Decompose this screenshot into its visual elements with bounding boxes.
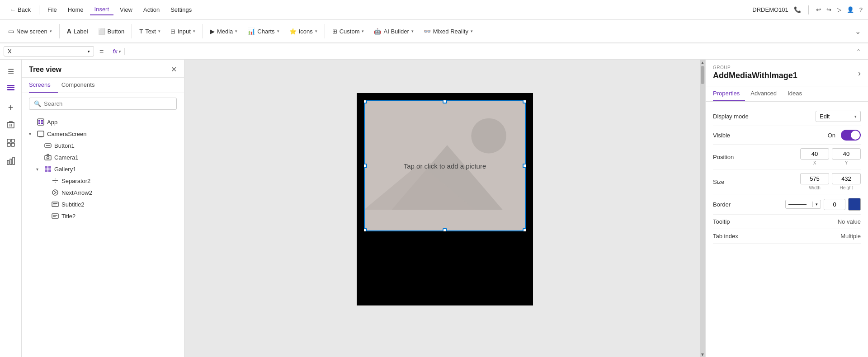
app-icon <box>37 118 44 126</box>
size-width-input[interactable] <box>800 173 829 184</box>
redo-icon[interactable]: ↪ <box>826 6 831 13</box>
charts-button[interactable]: 📊 Charts ▾ <box>243 25 283 38</box>
tooltip-label: Tooltip <box>713 218 730 225</box>
border-color-swatch[interactable] <box>848 198 861 211</box>
display-mode-dropdown[interactable]: Edit ▾ <box>816 111 861 122</box>
tree-item-separator2[interactable]: Separator2 <box>22 175 184 187</box>
size-height-input[interactable] <box>832 173 861 184</box>
border-width-input[interactable] <box>824 199 845 210</box>
nav-separator-1 <box>39 5 39 14</box>
input-button[interactable]: ⊟ Input ▾ <box>166 25 200 38</box>
right-panel-body: Display mode Edit ▾ Visible On <box>706 102 868 357</box>
nav-home[interactable]: Home <box>63 5 88 15</box>
search-box[interactable]: 🔍 <box>29 98 177 110</box>
svg-rect-8 <box>7 160 9 164</box>
nav-right: DRDEMO101 📞 ↩ ↪ ▷ 👤 ? <box>752 5 863 14</box>
tab-index-value: Multiple <box>840 233 861 240</box>
svg-rect-25 <box>48 169 51 172</box>
undo-icon[interactable]: ↩ <box>816 6 821 13</box>
custom-icon: ⊞ <box>332 28 337 35</box>
svg-rect-17 <box>39 136 42 137</box>
new-screen-button[interactable]: ▭ New screen ▾ <box>4 25 57 38</box>
scroll-thumb[interactable] <box>701 66 704 84</box>
prop-tooltip: Tooltip No value <box>713 215 861 229</box>
tree-view-close-button[interactable]: ✕ <box>171 65 177 74</box>
ai-builder-label: AI Builder <box>383 28 409 35</box>
play-icon[interactable]: ▷ <box>837 6 841 13</box>
prop-tab-index: Tab index Multiple <box>713 229 861 244</box>
scroll-track <box>700 65 705 352</box>
tree-item-title2[interactable]: Title2 <box>22 210 184 222</box>
formula-expand-button[interactable]: ⌃ <box>853 48 864 55</box>
rp-expand-button[interactable]: › <box>858 65 861 78</box>
tree-view-panel: Tree view ✕ Screens Components 🔍 <box>22 60 184 357</box>
border-line-select[interactable]: ▾ <box>785 200 821 209</box>
prop-visible: Visible On <box>713 126 861 145</box>
sidebar-layers-button[interactable] <box>3 81 19 98</box>
icons-chevron: ▾ <box>315 29 317 33</box>
icons-button[interactable]: ⭐ Icons ▾ <box>285 25 322 38</box>
top-nav: ← Back File Home Insert View Action Sett… <box>0 0 868 20</box>
button-button[interactable]: ⬜ Button <box>94 25 129 38</box>
ribbon-more-button[interactable]: ⌄ <box>851 24 864 38</box>
tree-tabs: Screens Components <box>22 78 184 93</box>
svg-rect-24 <box>45 169 47 172</box>
custom-button[interactable]: ⊞ Custom ▾ <box>328 25 369 38</box>
media-button[interactable]: ▶ Media ▾ <box>206 25 242 38</box>
mixed-reality-button[interactable]: 👓 Mixed Reality ▾ <box>419 25 477 38</box>
tab-ideas[interactable]: Ideas <box>788 86 807 101</box>
position-y-input[interactable] <box>832 148 861 160</box>
svg-rect-7 <box>11 143 14 146</box>
tree-item-nextarrow2[interactable]: NextArrow2 <box>22 187 184 198</box>
image-placeholder[interactable]: Tap or click to add a picture <box>364 100 526 231</box>
sidebar-components-button[interactable] <box>3 136 19 152</box>
back-arrow-icon: ← <box>10 6 16 13</box>
nav-view[interactable]: View <box>115 5 137 15</box>
help-icon[interactable]: ? <box>859 6 863 13</box>
position-value: X Y <box>800 148 861 165</box>
sidebar-hamburger-button[interactable]: ☰ <box>3 63 19 80</box>
rp-component-name: AddMediaWithImage1 <box>713 71 858 80</box>
placeholder-text-container: Tap or click to add a picture <box>364 100 526 231</box>
size-value: Width Height <box>800 173 861 190</box>
ai-builder-button[interactable]: 🤖 AI Builder ▾ <box>369 25 418 38</box>
input-icon: ⊟ <box>170 28 175 35</box>
canvas-area: Tap or click to add a picture <box>184 60 705 357</box>
formula-input[interactable] <box>128 47 849 56</box>
back-button[interactable]: ← Back <box>5 5 35 15</box>
tree-item-subtitle2[interactable]: Subtitle2 <box>22 198 184 210</box>
label-button[interactable]: A Label <box>62 25 93 38</box>
nav-insert[interactable]: Insert <box>90 4 114 15</box>
back-label: Back <box>18 6 31 13</box>
tree-item-gallery1[interactable]: ▾ Gallery1 <box>22 163 184 175</box>
gallery-icon <box>44 165 52 173</box>
formula-name-box[interactable]: X ▾ <box>4 46 94 56</box>
sidebar-trash-button[interactable] <box>3 117 19 134</box>
formula-fx-label: fx <box>113 48 117 55</box>
scroll-down-button[interactable]: ▼ <box>700 352 705 357</box>
sidebar-analytics-button[interactable] <box>3 154 19 170</box>
sidebar-add-button[interactable]: + <box>3 99 19 116</box>
new-screen-chevron: ▾ <box>50 29 52 33</box>
nav-settings[interactable]: Settings <box>166 5 196 15</box>
nav-action[interactable]: Action <box>139 5 164 15</box>
separator-icon <box>52 177 59 184</box>
search-input[interactable] <box>44 100 172 107</box>
position-x-input[interactable] <box>800 148 829 160</box>
formula-fx-area[interactable]: fx ▾ <box>109 48 125 55</box>
tab-components[interactable]: Components <box>61 78 102 93</box>
tree-item-button1[interactable]: Button1 <box>22 140 184 151</box>
tab-properties[interactable]: Properties <box>713 86 745 101</box>
tree-item-camerascreen[interactable]: ▾ CameraScreen <box>22 128 184 140</box>
tree-item-camera1[interactable]: Camera1 <box>22 151 184 163</box>
tab-screens[interactable]: Screens <box>29 78 58 93</box>
border-line-svg <box>788 203 807 205</box>
nav-file[interactable]: File <box>43 5 61 15</box>
visible-toggle[interactable] <box>841 130 861 141</box>
tree-item-app[interactable]: App <box>22 116 184 128</box>
tab-advanced[interactable]: Advanced <box>750 86 782 101</box>
size-label: Size <box>713 178 724 185</box>
text-button[interactable]: T Text ▾ <box>135 25 165 38</box>
scroll-up-button[interactable]: ▲ <box>700 60 705 65</box>
user-icon[interactable]: 👤 <box>847 6 854 13</box>
